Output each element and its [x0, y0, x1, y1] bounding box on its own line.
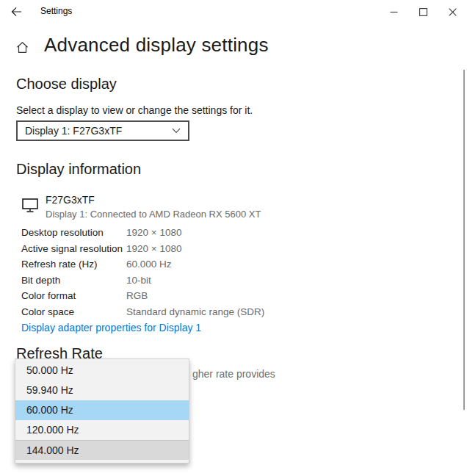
refresh-rate-dropdown: 50.000 Hz 59.940 Hz 60.000 Hz 120.000 Hz…	[15, 358, 189, 464]
monitor-name: F27G3xTF	[46, 194, 261, 206]
display-adapter-properties-link[interactable]: Display adapter properties for Display 1	[21, 322, 201, 333]
titlebar: Settings	[0, 0, 467, 24]
minimize-button[interactable]	[379, 0, 408, 24]
property-label: Desktop resolution	[21, 227, 126, 238]
maximize-icon	[419, 8, 427, 16]
dropdown-option[interactable]: 59.940 Hz	[15, 381, 189, 400]
scrollbar-thumb[interactable]	[463, 70, 465, 410]
minimize-icon	[390, 8, 398, 16]
table-row: Desktop resolution 1920 × 1080	[21, 225, 330, 241]
monitor-text: F27G3xTF Display 1: Connected to AMD Rad…	[46, 194, 261, 220]
window-title: Settings	[40, 0, 72, 24]
caption-controls	[379, 0, 467, 24]
property-value: 10-bit	[126, 275, 151, 286]
property-label: Active signal resolution	[21, 243, 126, 254]
home-icon	[16, 41, 29, 54]
display-select[interactable]: Display 1: F27G3xTF	[16, 120, 189, 141]
back-arrow-icon	[11, 7, 22, 17]
choose-display-heading: Choose display	[16, 76, 117, 93]
close-icon	[449, 8, 457, 16]
back-button[interactable]	[0, 0, 32, 24]
refresh-rate-description-fragment: gher rate provides	[192, 368, 275, 380]
dropdown-option[interactable]: 60.000 Hz	[15, 400, 189, 420]
display-select-value: Display 1: F27G3xTF	[25, 125, 122, 137]
property-value: 1920 × 1080	[126, 227, 181, 238]
table-row: Active signal resolution 1920 × 1080	[21, 241, 330, 257]
property-label: Color space	[21, 306, 126, 317]
property-value: Standard dynamic range (SDR)	[126, 306, 264, 317]
display-properties-table: Desktop resolution 1920 × 1080 Active si…	[21, 225, 330, 320]
settings-window: Settings Advanced display sett	[0, 0, 467, 476]
dropdown-option[interactable]: 144.000 Hz	[15, 440, 189, 460]
property-label: Color format	[21, 290, 126, 301]
property-value: 1920 × 1080	[126, 243, 181, 254]
dropdown-option[interactable]: 120.000 Hz	[15, 420, 189, 440]
monitor-icon	[22, 198, 38, 213]
page-header: Advanced display settings	[16, 34, 269, 57]
display-information-heading: Display information	[16, 161, 141, 178]
property-value: RGB	[126, 290, 148, 301]
monitor-connection: Display 1: Connected to AMD Radeon RX 56…	[46, 209, 261, 220]
table-row: Refresh rate (Hz) 60.000 Hz	[21, 256, 330, 273]
page-title: Advanced display settings	[44, 34, 269, 57]
property-label: Refresh rate (Hz)	[21, 259, 126, 270]
choose-display-description: Select a display to view or change the s…	[16, 104, 253, 116]
property-label: Bit depth	[21, 275, 126, 286]
property-value: 60.000 Hz	[126, 259, 172, 270]
dropdown-option[interactable]: 50.000 Hz	[15, 361, 189, 381]
table-row: Color space Standard dynamic range (SDR)	[21, 304, 330, 320]
table-row: Color format RGB	[21, 288, 330, 304]
maximize-button[interactable]	[408, 0, 438, 24]
table-row: Bit depth 10-bit	[21, 273, 330, 289]
monitor-summary: F27G3xTF Display 1: Connected to AMD Rad…	[22, 194, 261, 220]
scrollbar[interactable]	[461, 66, 467, 476]
close-button[interactable]	[438, 0, 467, 24]
chevron-down-icon	[172, 128, 181, 134]
